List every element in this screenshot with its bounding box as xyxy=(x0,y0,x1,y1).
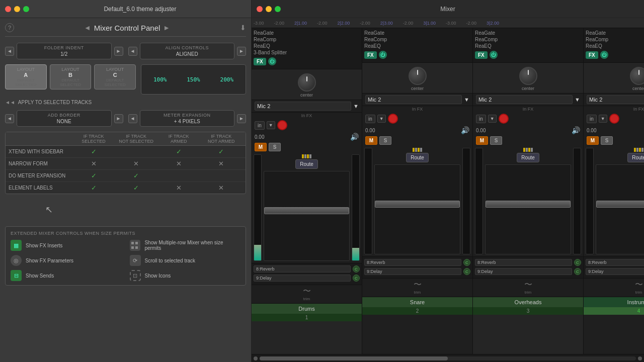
panel-next-button[interactable]: ► xyxy=(163,24,170,32)
track-name-input-inst[interactable] xyxy=(587,95,644,104)
arrow-button-inst[interactable]: ▼ xyxy=(599,115,607,123)
arrow-button-drums[interactable]: ▼ xyxy=(267,121,275,129)
scroll-dot-left[interactable] xyxy=(254,356,258,360)
scroll-dot-right[interactable] xyxy=(638,356,642,360)
add-border-prev[interactable]: ◄ xyxy=(5,114,14,123)
solo-button-snare[interactable]: S xyxy=(379,136,391,145)
fx-button-inst[interactable]: FX xyxy=(586,51,598,59)
mixer-maximize-button[interactable] xyxy=(275,6,281,12)
record-button-snare[interactable] xyxy=(388,114,398,124)
record-button-drums[interactable] xyxy=(277,120,287,130)
arrow-button-oh[interactable]: ▼ xyxy=(488,115,497,123)
add-border-next[interactable]: ► xyxy=(114,114,123,123)
route-button-snare[interactable]: Route xyxy=(406,153,429,162)
track-name-arrow-drums[interactable]: ▼ xyxy=(353,103,359,109)
scrollbar-thumb[interactable] xyxy=(260,356,448,360)
folder-indent-prev[interactable]: ◄ xyxy=(5,47,14,56)
solo-button-drums[interactable]: S xyxy=(269,143,281,151)
route-button-oh[interactable]: Route xyxy=(517,153,539,162)
fader-track-drums[interactable] xyxy=(264,171,350,261)
solo-button-inst[interactable]: S xyxy=(601,136,613,145)
in-button-inst[interactable]: in xyxy=(587,115,597,123)
route-button-inst[interactable]: Route xyxy=(627,153,644,162)
record-button-oh[interactable] xyxy=(499,114,509,124)
in-button-oh[interactable]: in xyxy=(476,115,486,123)
zoom-200-button[interactable]: 200% xyxy=(220,76,234,83)
scroll-selected-label: Scroll to selected track xyxy=(145,258,196,263)
track-label-snare[interactable]: Snare xyxy=(362,297,472,307)
reverb-c-button-oh[interactable]: C xyxy=(574,259,581,266)
fx-power-drums[interactable]: ⏻ xyxy=(268,57,276,65)
layout-b-button[interactable]: LAYOUT B DEFAULT SELECTED xyxy=(50,64,92,89)
record-button-inst[interactable] xyxy=(609,114,619,124)
fx-button-oh[interactable]: FX xyxy=(475,51,488,59)
align-controls-prev[interactable]: ◄ xyxy=(128,47,137,56)
help-button[interactable]: ? xyxy=(5,23,14,32)
fader-track-oh[interactable] xyxy=(485,164,571,254)
reverb-c-button-drums[interactable]: C xyxy=(353,265,360,273)
fx-power-inst[interactable]: ⏻ xyxy=(600,51,608,59)
panel-prev-button[interactable]: ◄ xyxy=(84,24,91,32)
folder-indent-next[interactable]: ► xyxy=(114,47,123,56)
pan-knob-drums[interactable] xyxy=(298,73,316,92)
track-name-input-oh[interactable] xyxy=(476,95,573,104)
pan-knob-inst[interactable] xyxy=(630,67,645,85)
apply-label[interactable]: APPLY TO SELECTED TRACKS xyxy=(18,100,92,105)
show-icons-item[interactable]: ⊡ Show Icons xyxy=(130,270,241,281)
delay-c-button-snare[interactable]: C xyxy=(463,268,470,275)
track-label-oh[interactable]: Overheads xyxy=(473,297,583,307)
mute-button-inst[interactable]: M xyxy=(587,136,599,145)
fader-thumb-inst[interactable] xyxy=(596,201,644,208)
solo-button-oh[interactable]: S xyxy=(490,136,502,145)
show-multirow-item[interactable]: Show Multiple-row Mixer when size permit… xyxy=(130,240,241,251)
zoom-100-button[interactable]: 100% xyxy=(153,76,167,83)
window-controls[interactable] xyxy=(5,6,29,12)
align-controls-next[interactable]: ► xyxy=(237,47,246,56)
mixer-minimize-button[interactable] xyxy=(266,6,272,12)
fx-power-oh[interactable]: ⏻ xyxy=(490,51,498,59)
track-name-arrow-snare[interactable]: ▼ xyxy=(464,97,469,103)
mixer-close-button[interactable] xyxy=(257,6,263,12)
track-label-drums[interactable]: Drums xyxy=(252,303,362,314)
fader-thumb-snare[interactable] xyxy=(375,201,460,208)
arrow-button-snare[interactable]: ▼ xyxy=(377,115,386,123)
track-name-input-drums[interactable] xyxy=(255,102,351,111)
zoom-150-button[interactable]: 150% xyxy=(187,76,200,83)
mute-button-snare[interactable]: M xyxy=(365,136,377,145)
fx-button-snare[interactable]: FX xyxy=(364,51,377,59)
maximize-button[interactable] xyxy=(23,6,29,12)
pan-knob-oh[interactable] xyxy=(519,67,537,85)
track-label-inst[interactable]: Instrum... xyxy=(584,297,644,307)
mixer-scrollbar[interactable] xyxy=(252,354,644,362)
in-button-snare[interactable]: in xyxy=(365,115,375,123)
delay-c-button-drums[interactable]: C xyxy=(353,275,360,282)
in-button-drums[interactable]: in xyxy=(255,121,265,130)
scroll-selected-item[interactable]: ⟳ Scroll to selected track xyxy=(130,255,241,266)
meter-expansion-next[interactable]: ► xyxy=(237,114,246,123)
show-fx-params-item[interactable]: ◎ Show FX Parameters xyxy=(11,255,122,266)
pan-knob-snare[interactable] xyxy=(409,67,427,85)
route-button-drums[interactable]: Route xyxy=(295,159,318,169)
fader-thumb-drums[interactable] xyxy=(264,207,349,214)
track-name-input-snare[interactable] xyxy=(365,95,462,104)
delay-c-button-oh[interactable]: C xyxy=(574,268,581,275)
show-fx-inserts-item[interactable]: ▦ Show FX Inserts xyxy=(11,240,122,251)
mute-button-oh[interactable]: M xyxy=(476,136,488,145)
reverb-c-button-snare[interactable]: C xyxy=(463,259,470,266)
mixer-window-controls[interactable] xyxy=(257,6,281,12)
layout-c-button[interactable]: LAYOUT C DEFAULT SELECTED xyxy=(94,64,136,89)
scrollbar-track[interactable] xyxy=(260,356,636,360)
close-button[interactable] xyxy=(5,6,11,12)
meter-expansion-prev[interactable]: ◄ xyxy=(128,114,137,123)
minimize-button[interactable] xyxy=(14,6,20,12)
fader-thumb-oh[interactable] xyxy=(486,201,571,208)
fader-track-snare[interactable] xyxy=(374,164,460,254)
show-sends-item[interactable]: ⊟ Show Sends xyxy=(11,270,122,281)
track-name-arrow-oh[interactable]: ▼ xyxy=(575,97,580,103)
mute-button-drums[interactable]: M xyxy=(255,143,267,151)
fx-button-drums[interactable]: FX xyxy=(254,58,266,65)
download-button[interactable]: ⬇ xyxy=(240,24,246,32)
fader-track-inst[interactable] xyxy=(596,164,644,254)
layout-a-button[interactable]: LAYOUT A DEFAULT SELECTED xyxy=(5,64,47,89)
fx-power-snare[interactable]: ⏻ xyxy=(379,51,387,59)
